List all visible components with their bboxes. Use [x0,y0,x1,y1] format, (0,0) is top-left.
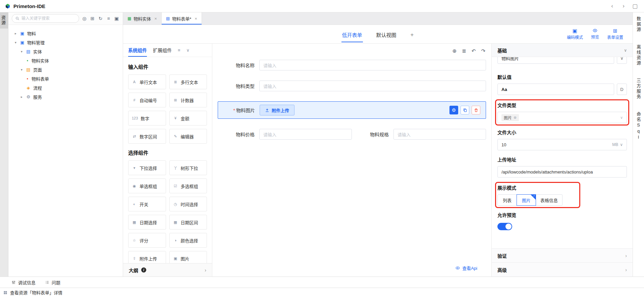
clipped-title-input[interactable]: 物料图片 [497,57,614,64]
menu-icon[interactable]: ≡ [178,44,180,57]
component-time-picker[interactable]: ◷时间选择 [169,197,207,211]
tree-item-material-entity[interactable]: ● 物料实体 [8,56,123,65]
redo-icon[interactable]: ↷ [481,48,485,54]
section-validate-header[interactable]: 验证 › [492,248,633,262]
new-model-icon[interactable]: ⊞ [90,16,95,21]
field-material-type[interactable]: 物料类型 请输入 [218,81,486,91]
chevron-right-icon[interactable]: ▸ [14,32,17,35]
history-forward-icon[interactable]: › [619,3,628,9]
display-mode-table-option[interactable]: 表格信息 [536,194,562,206]
code-mode-button[interactable]: ▣ 编码模式 [567,28,583,40]
component-checkbox-group[interactable]: ☑多选框组 [169,179,207,193]
component-image[interactable]: ▣图片 [169,251,207,263]
close-icon[interactable]: × [154,16,157,21]
component-date-picker[interactable]: ▦日期选择 [128,215,166,230]
add-view-button[interactable]: + [410,26,415,42]
chevron-right-icon[interactable]: ▸ [20,95,23,99]
rail-item-datasource[interactable]: 数据源 [635,16,642,33]
view-api-link[interactable]: 查看Api [212,265,491,277]
component-radio-group[interactable]: ◉单选框组 [128,179,166,193]
search-input[interactable] [21,16,75,21]
outline-list-icon[interactable]: ≣ [462,48,466,54]
field-material-spec[interactable]: 物料规格 请输入 [352,129,486,140]
component-select[interactable]: ▾下拉选择 [128,160,166,175]
tab-material-form[interactable]: ▤ 物料表单* × [162,12,202,24]
tree-item-material[interactable]: ▸ ▣ 物料 [8,29,123,38]
material-price-input[interactable]: 请输入 [259,129,352,140]
collapse-panel-icon[interactable]: ∨ [186,44,190,57]
field-settings-button[interactable]: ⚙ [449,106,458,114]
component-editor[interactable]: ✎编辑器 [169,129,207,144]
chevron-down-icon[interactable]: ▾ [14,41,17,44]
tree-item-entity-group[interactable]: ▾ ▤ 实体 [8,47,123,56]
section-basic-header[interactable]: 基础 ∨ [492,44,633,57]
attachment-upload-button[interactable]: 附件上传 [260,105,294,115]
tab-default-view[interactable]: 默认视图 [376,26,397,42]
default-value-suffix[interactable]: D [617,84,627,95]
rail-item-offline-resources[interactable]: 离线资源 [635,45,642,66]
resources-rail-tab[interactable]: 资源 [0,12,8,29]
material-spec-input[interactable]: 请输入 [393,129,486,140]
display-mode-image-option[interactable]: 图片 ✓ [517,194,536,206]
section-advanced-header[interactable]: 高级 › [492,262,633,277]
component-number-range[interactable]: ⇄数字区间 [128,129,166,144]
display-mode-list-option[interactable]: 列表 [497,194,517,206]
chevron-down-icon[interactable]: ▾ [20,68,23,71]
clipped-suffix-box[interactable]: ∨ [617,57,627,64]
rail-item-third-party-services[interactable]: 三方服务 [635,78,642,100]
outline-bar[interactable]: 大纲 i › [123,263,212,277]
component-multi-line-text[interactable]: ≣多行文本 [169,75,207,89]
component-money[interactable]: ¥金额 [169,111,207,126]
tab-extension-components[interactable]: 扩展组件 [153,44,172,57]
problems-button[interactable]: 问题 [45,279,60,286]
component-rate[interactable]: ☆评分 [128,233,166,248]
file-type-select[interactable]: 图片 ⊗ ∨ [497,112,627,123]
copy-field-button[interactable] [461,106,469,114]
panel-view-icon[interactable]: ▣ [114,16,119,21]
component-number[interactable]: 123数字 [128,111,166,126]
debug-info-button[interactable]: 调试信息 [11,279,36,286]
component-tree-select[interactable]: 丫树形下拉 [169,160,207,175]
globe-icon[interactable]: ⊕ [452,48,457,54]
tree-item-flow[interactable]: ◈ 流程 [8,83,123,92]
default-value-input[interactable]: Aa [497,84,614,95]
sort-list-icon[interactable]: ≡ [106,16,111,21]
file-type-tag[interactable]: 图片 ⊗ [501,114,519,121]
field-material-image-selected[interactable]: *物料图片 附件上传 ⚙ [218,101,486,119]
component-auto-number[interactable]: #自动编号 [128,93,166,107]
tree-item-service[interactable]: ▸ ⚙ 服务 [8,92,123,101]
component-color-picker[interactable]: ◑颜色选择 [169,233,207,248]
allow-preview-toggle[interactable] [497,223,512,230]
close-icon[interactable]: × [195,16,197,21]
material-type-input[interactable]: 请输入 [259,81,486,91]
tab-lowcode-form[interactable]: 低开表单 [341,26,363,42]
refresh-icon[interactable]: ↻ [98,16,103,21]
component-single-line-text[interactable]: A单行文本 [128,75,166,89]
tree-item-material-form[interactable]: ● 物料表单 [8,74,123,83]
form-settings-button[interactable]: ⊞ 表单设置 [607,28,623,40]
upload-url-input[interactable]: /api/lowcode/models/attachments/actions/… [497,166,627,178]
restore-window-icon[interactable]: ▢ [631,3,639,10]
file-size-input[interactable]: 10 MB ∨ [497,139,627,150]
component-counter[interactable]: ⊞计数器 [169,93,207,107]
component-attachment-upload[interactable]: ⇧附件上传 [128,251,166,263]
tree-item-material-management[interactable]: ▾ ▣ 物料管理 [8,38,123,47]
file-size-unit-select[interactable]: MB ∨ [612,142,623,147]
tree-item-page-group[interactable]: ▾ ▤ 页面 [8,65,123,74]
remove-tag-icon[interactable]: ⊗ [514,115,517,120]
tab-system-components[interactable]: 系统组件 [128,44,147,57]
chevron-down-icon[interactable]: ▾ [20,50,23,53]
preview-button[interactable]: 预览 [591,28,599,40]
ai-assistant-icon[interactable]: ◎ [82,16,87,21]
rail-item-named-sql[interactable]: 命名Sql [635,112,642,141]
component-date-range[interactable]: ▦日期区间 [169,215,207,230]
history-back-icon[interactable]: ‹ [608,3,616,9]
resource-search[interactable] [12,14,79,23]
tab-material-entity[interactable]: ▦ 物料实体 × [123,12,162,24]
component-switch[interactable]: ◐开关 [128,197,166,211]
undo-icon[interactable]: ↶ [472,48,476,54]
field-material-name[interactable]: 物料名称 请输入 [218,60,486,70]
material-name-input[interactable]: 请输入 [259,60,486,70]
field-material-price[interactable]: 物料价格 请输入 [218,129,352,140]
delete-field-button[interactable] [472,106,480,114]
